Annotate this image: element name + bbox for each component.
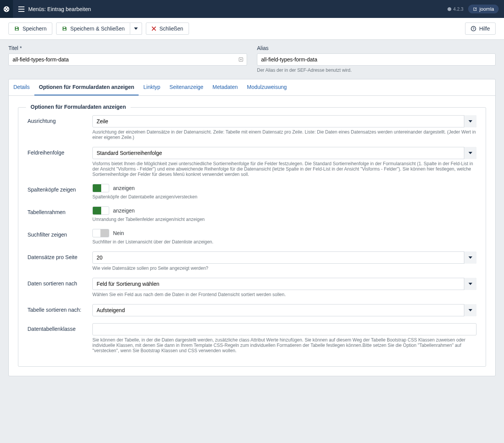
svg-text:?: ? bbox=[472, 27, 475, 31]
chevron-down-icon[interactable] bbox=[464, 304, 477, 316]
alias-input[interactable] bbox=[257, 53, 496, 66]
ausrichtung-desc: Ausrichtung der einzelnen Datensätze in … bbox=[92, 129, 477, 140]
fieldset-formdata-options: Optionen für Formulardaten anzeigen Ausr… bbox=[18, 107, 486, 367]
title-input[interactable] bbox=[8, 53, 247, 66]
tabellenrahmen-desc: Umrandung der Tabellenfelder anzeigen/ni… bbox=[92, 217, 477, 222]
tab-pagedisplay[interactable]: Seitenanzeige bbox=[165, 79, 208, 95]
tab-metadata[interactable]: Metadaten bbox=[208, 79, 242, 95]
datentabellenklasse-desc: Sie können der Tabelle, in der die Daten… bbox=[92, 337, 477, 353]
datensaetze-label: Datensätze pro Seite bbox=[27, 251, 92, 271]
tabellenrahmen-label: Tabellenrahmen bbox=[27, 206, 92, 222]
tabellenrahmen-toggle[interactable] bbox=[92, 206, 109, 215]
clear-icon[interactable] bbox=[239, 57, 243, 62]
chevron-down-icon[interactable] bbox=[464, 278, 477, 290]
sidebar-toggle[interactable] bbox=[0, 0, 13, 18]
close-button[interactable]: Schließen bbox=[146, 23, 189, 35]
feldreihenfolge-desc: Visforms bietet Ihnen die Möglichkeit zw… bbox=[92, 161, 477, 177]
app-header: Menüs: Eintrag bearbeiten 4.2.3 joomla bbox=[0, 0, 504, 18]
ausrichtung-label: Ausrichtung bbox=[27, 115, 92, 140]
joomla-icon bbox=[3, 6, 10, 13]
chevron-down-icon[interactable] bbox=[464, 147, 477, 159]
datensaetze-desc: Wie viele Datensätze sollen pro Seite an… bbox=[92, 266, 477, 271]
svg-point-4 bbox=[19, 9, 19, 10]
tabelle-sortieren-select[interactable] bbox=[92, 304, 477, 316]
feldreihenfolge-label: Feldreihenfolge bbox=[27, 147, 92, 177]
fieldset-legend: Optionen für Formulardaten anzeigen bbox=[26, 104, 131, 110]
help-button[interactable]: ? Hilfe bbox=[465, 23, 496, 35]
save-icon bbox=[62, 26, 67, 31]
chevron-down-icon[interactable] bbox=[464, 251, 477, 264]
close-icon bbox=[152, 26, 156, 31]
version-label: 4.2.3 bbox=[447, 6, 464, 12]
datensaetze-select[interactable] bbox=[92, 251, 477, 264]
help-icon: ? bbox=[471, 26, 476, 31]
page-title: Menüs: Eintrag bearbeiten bbox=[28, 6, 91, 12]
tabellenrahmen-value: anzeigen bbox=[113, 208, 135, 214]
alias-label: Alias bbox=[257, 45, 496, 51]
svg-point-3 bbox=[19, 6, 19, 7]
alias-desc: Der Alias der in der SEF-Adresse benutzt… bbox=[257, 68, 496, 73]
sortieren-nach-select[interactable] bbox=[92, 278, 477, 290]
suchfilter-value: Nein bbox=[113, 230, 124, 236]
datentabellenklasse-input[interactable] bbox=[92, 323, 477, 335]
spaltenkoepfe-label: Spaltenköpfe zeigen bbox=[27, 184, 92, 200]
external-link-icon bbox=[473, 7, 477, 11]
suchfilter-label: Suchfilter zeigen bbox=[27, 229, 92, 245]
svg-point-5 bbox=[19, 11, 19, 12]
title-label: Titel * bbox=[8, 45, 247, 51]
suchfilter-toggle[interactable] bbox=[92, 229, 109, 237]
tabelle-sortieren-label: Tabelle sortieren nach: bbox=[27, 304, 92, 316]
tab-formdata-options[interactable]: Optionen für Formulardaten anzeigen bbox=[34, 79, 139, 95]
chevron-down-icon[interactable] bbox=[464, 115, 477, 127]
tab-linktype[interactable]: Linktyp bbox=[139, 79, 165, 95]
tab-moduleassign[interactable]: Modulzuweisung bbox=[242, 79, 291, 95]
form-header: Titel * Alias Der Alias der in der SEF-A… bbox=[0, 40, 504, 73]
tabs: Details Optionen für Formulardaten anzei… bbox=[9, 79, 495, 96]
tab-details[interactable]: Details bbox=[9, 79, 34, 95]
spaltenkoepfe-toggle[interactable] bbox=[92, 184, 109, 192]
spaltenkoepfe-desc: Spaltenköpfe der Datentabelle anzeigen/v… bbox=[92, 194, 477, 200]
feldreihenfolge-select[interactable] bbox=[92, 147, 477, 159]
spaltenkoepfe-value: anzeigen bbox=[113, 185, 135, 191]
content-panel: Details Optionen für Formulardaten anzei… bbox=[8, 79, 496, 376]
save-button[interactable]: Speichern bbox=[8, 23, 52, 35]
datentabellenklasse-label: Datentabellenklasse bbox=[27, 323, 92, 353]
toolbar: Speichern Speichern & Schließen Schließe… bbox=[0, 18, 504, 40]
joomla-small-icon bbox=[447, 7, 452, 11]
suchfilter-desc: Suchfilter in der Listenansicht über der… bbox=[92, 239, 477, 245]
save-dropdown-button[interactable] bbox=[130, 23, 142, 35]
svg-point-6 bbox=[447, 7, 451, 11]
save-close-button[interactable]: Speichern & Schließen bbox=[56, 23, 130, 35]
sortieren-nach-desc: Wählen Sie ein Feld aus nach dem die Dat… bbox=[92, 292, 477, 297]
sortieren-nach-label: Daten sortieren nach bbox=[27, 278, 92, 297]
list-icon bbox=[18, 6, 24, 12]
site-badge[interactable]: joomla bbox=[468, 5, 499, 13]
chevron-down-icon bbox=[134, 27, 138, 30]
save-icon bbox=[14, 26, 19, 31]
ausrichtung-select[interactable] bbox=[92, 115, 477, 127]
